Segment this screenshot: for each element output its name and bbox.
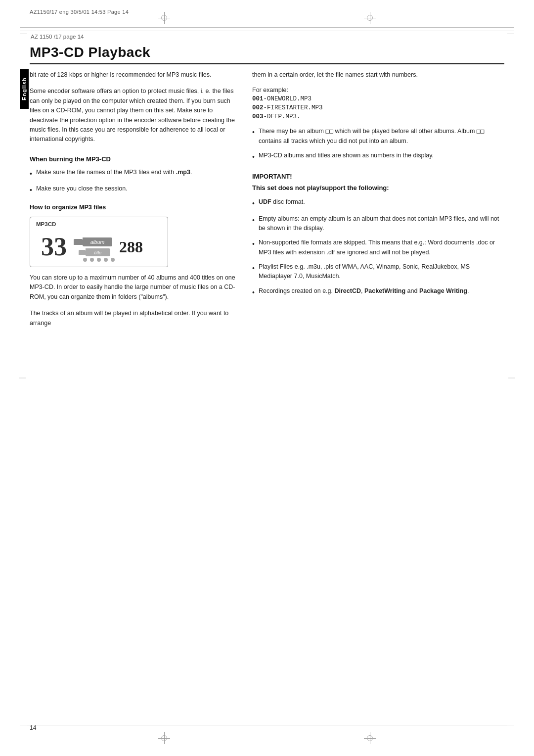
- diagram-folders: album title: [74, 237, 112, 256]
- bold-mp3: .mp3: [176, 169, 190, 176]
- folder-label-title: title: [94, 250, 102, 255]
- bottom-side-rule-right: [507, 725, 514, 725]
- right-bullet-dot-2: •: [252, 152, 255, 163]
- example-suffix-1: -ONEWORLD.MP3: [264, 95, 312, 102]
- for-example-block: For example: 001-ONEWORLD.MP3 002-FIREST…: [252, 87, 504, 120]
- diagram-number-right: 288: [119, 238, 143, 256]
- important-bullet-4: • Playlist Files e.g. .m3u, .pls of WMA,…: [252, 262, 504, 282]
- diagram-dot-5: [111, 258, 115, 262]
- bullet-text-2: Make sure you close the session.: [36, 184, 237, 196]
- important-bullet-2: • Empty albums: an empty album is an alb…: [252, 214, 504, 234]
- page-mark-left: [19, 378, 26, 378]
- important-heading: IMPORTANT!: [252, 173, 504, 180]
- reg-mark-top-right: [364, 12, 376, 24]
- example-suffix-2: -FIRESTARTER.MP3: [264, 104, 323, 111]
- example-line-2: 002-FIRESTARTER.MP3: [252, 104, 504, 111]
- imp-bullet-text-1: UDF disc format.: [259, 197, 504, 209]
- bottom-side-rule-left: [20, 725, 27, 725]
- imp-bullet-text-5: Recordings created on e.g. DirectCD, Pac…: [259, 286, 504, 298]
- print-info: AZ1150/17 eng 30/5/01 14:53 Page 14: [30, 9, 129, 15]
- two-column-layout: bit rate of 128 kbps or higher is recomm…: [30, 70, 504, 335]
- diagram-dot-1: [83, 258, 87, 262]
- left-para-2: Some encoder software offers an option t…: [30, 87, 237, 144]
- side-rule-right: [507, 34, 514, 34]
- important-bullet-1: • UDF disc format.: [252, 197, 504, 209]
- imp-bullet-text-4: Playlist Files e.g. .m3u, .pls of WMA, A…: [259, 262, 504, 282]
- bullet-item-mp3: • Make sure the file names of the MP3 fi…: [30, 168, 237, 180]
- example-prefix-1: 001: [252, 95, 264, 102]
- bullet-dot-2: •: [30, 185, 32, 196]
- bottom-rule: [20, 725, 514, 725]
- important-subheading: This set does not play/support the follo…: [252, 184, 504, 191]
- right-bullet-text-2: MP3-CD albums and titles are shown as nu…: [259, 151, 504, 163]
- reg-mark-bottom-right: [364, 732, 376, 744]
- bullet-dot-1: •: [30, 169, 32, 180]
- left-para-4: The tracks of an album will be played in…: [30, 309, 237, 328]
- bold-udf: UDF: [259, 198, 271, 205]
- diagram-dot-3: [97, 258, 101, 262]
- imp-bullet-text-3: Non-supported file formats are skipped. …: [259, 238, 504, 257]
- subsection-organize-heading: How to organize MP3 files: [30, 204, 237, 211]
- reg-mark-bottom-left: [158, 732, 170, 744]
- right-bullet-dot-1: •: [252, 127, 255, 146]
- left-para-3: You can store up to a maximum number of …: [30, 273, 237, 302]
- right-para-1: them in a certain order, let the file na…: [252, 70, 504, 80]
- imp-bullet-dot-5: •: [252, 287, 255, 298]
- bold-packagewriting: Package Writing: [419, 287, 467, 294]
- imp-bullet-dot-3: •: [252, 239, 255, 257]
- print-header: AZ1150/17 eng 30/5/01 14:53 Page 14: [30, 9, 504, 15]
- diagram-number-33: 33: [41, 234, 67, 260]
- bold-packetwriting: PacketWriting: [364, 287, 405, 294]
- example-prefix-3: 003: [252, 113, 264, 120]
- left-column: bit rate of 128 kbps or higher is recomm…: [30, 70, 237, 335]
- bullet-item-session: • Make sure you close the session.: [30, 184, 237, 196]
- folder-label-album: album: [90, 239, 105, 245]
- mp3cd-diagram: MP3CD 33 album: [30, 217, 168, 267]
- example-line-1: 001-ONEWORLD.MP3: [252, 95, 504, 102]
- imp-bullet-dot-2: •: [252, 215, 255, 234]
- example-line-3: 003-DEEP.MP3.: [252, 113, 504, 120]
- example-suffix-3: -DEEP.MP3.: [264, 113, 301, 120]
- imp-bullet-dot-1: •: [252, 198, 255, 209]
- diagram-dot-4: [104, 258, 108, 262]
- reg-mark-top-left: [158, 12, 170, 24]
- top-rule-1: [20, 27, 514, 28]
- page-mark-right: [508, 378, 515, 378]
- right-column: them in a certain order, let the file na…: [252, 70, 504, 335]
- top-rule-2: [20, 31, 514, 31]
- content-area: English MP3-CD Playback bit rate of 128 …: [30, 45, 504, 716]
- page-wrapper: AZ1150/17 eng 30/5/01 14:53 Page 14 AZ 1…: [0, 0, 534, 756]
- for-example-label: For example:: [252, 87, 504, 94]
- left-para-1: bit rate of 128 kbps or higher is recomm…: [30, 70, 237, 80]
- imp-bullet-dot-4: •: [252, 263, 255, 282]
- example-prefix-2: 002: [252, 104, 264, 111]
- side-rule-left: [20, 34, 27, 34]
- right-bullet-1: • There may be an album □□ which will be…: [252, 126, 504, 146]
- right-bullet-2: • MP3-CD albums and titles are shown as …: [252, 151, 504, 163]
- right-bullet-text-1: There may be an album □□ which will be p…: [259, 126, 504, 146]
- diagram-dots: [83, 258, 115, 262]
- important-bullet-3: • Non-supported file formats are skipped…: [252, 238, 504, 257]
- english-tab: English: [20, 69, 29, 109]
- imp-bullet-text-2: Empty albums: an empty album is an album…: [259, 214, 504, 234]
- diagram-dot-2: [90, 258, 94, 262]
- important-bullet-5: • Recordings created on e.g. DirectCD, P…: [252, 286, 504, 298]
- diagram-mp3cd-label: MP3CD: [36, 221, 56, 227]
- bold-directcd: DirectCD: [334, 287, 361, 294]
- page-label: AZ 1150 /17 page 14: [31, 34, 84, 40]
- bullet-text-1: Make sure the file names of the MP3 file…: [36, 168, 237, 180]
- diagram-body: 33 album title: [36, 234, 148, 260]
- page-title: MP3-CD Playback: [30, 45, 504, 64]
- section-burning-heading: When burning the MP3-CD: [30, 155, 237, 163]
- page-number: 14: [30, 724, 36, 731]
